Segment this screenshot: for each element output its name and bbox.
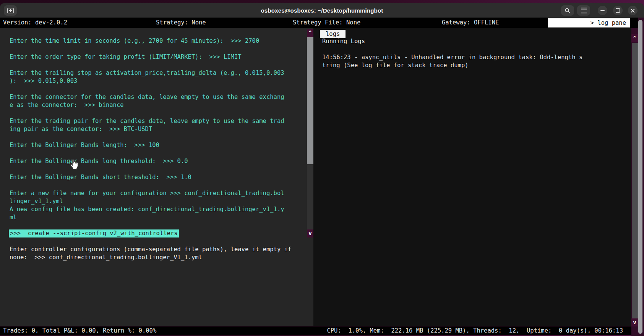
- scroll-down-icon: v: [633, 319, 636, 325]
- system-status-label: CPU: 1.0%, Mem: 222.16 MB (225.29 MB), T…: [327, 327, 623, 334]
- running-logs-title: Running Logs: [322, 37, 365, 45]
- scroll-up-icon: ^: [308, 30, 311, 36]
- output-scroll-up-button[interactable]: ^: [307, 29, 313, 37]
- hamburger-icon: [581, 8, 587, 13]
- log-entry-line: tring (See log file for stack trace dump…: [322, 61, 582, 69]
- scroll-down-icon: v: [308, 230, 311, 236]
- terminal-output-line: [10, 165, 284, 173]
- log-scrollbar-thumb[interactable]: [632, 43, 638, 318]
- log-scroll-up-button[interactable]: ^: [631, 34, 638, 42]
- terminal-output-line: Enter the connector for the candles data…: [10, 93, 284, 101]
- maximize-icon: [616, 8, 620, 13]
- window-title: osboxes@osboxes: ~/Desktop/hummingbot: [153, 3, 491, 18]
- command-input-area[interactable]: Enter controller configurations (comma-s…: [10, 246, 291, 262]
- close-icon: [630, 8, 635, 13]
- terminal-output-line: ml: [10, 213, 284, 221]
- input-line: none: >>> conf_directional_trading.bolli…: [10, 254, 291, 262]
- highlighted-command[interactable]: >>> create --script-config v2_with_contr…: [9, 229, 179, 237]
- terminal-output-line: [10, 109, 284, 117]
- terminal-output-line: ing pair as the connector: >>> BTC-USDT: [10, 125, 284, 133]
- terminal-output-line: Enter the trading pair for the candles d…: [10, 117, 284, 125]
- terminal-output-line: Enter the time limit in seconds (e.g., 2…: [10, 37, 284, 45]
- maximize-button[interactable]: [613, 6, 623, 15]
- scroll-up-icon: ^: [633, 35, 636, 41]
- output-pane[interactable]: Enter the time limit in seconds (e.g., 2…: [0, 28, 313, 326]
- strategy-file-label: Strategy File: None: [293, 19, 360, 26]
- terminal-output-line: [10, 149, 284, 157]
- tab-logs[interactable]: logs: [320, 30, 346, 38]
- log-pane: logs Running Logs 14:56:23 - async_utils…: [313, 28, 631, 326]
- close-button[interactable]: [628, 6, 638, 15]
- terminal-output-line: Enter the trailing stop as activation_pr…: [10, 69, 284, 77]
- terminal-output-line: [10, 61, 284, 69]
- status-bar: Trades: 0, Total P&L: 0.00, Return %: 0.…: [0, 326, 631, 335]
- input-line: Enter controller configurations (comma-s…: [10, 246, 291, 254]
- terminal-output-line: Enter the Bollinger Bands short threshol…: [10, 173, 284, 181]
- terminal-output-line: [10, 85, 284, 93]
- terminal-output-line: [10, 181, 284, 189]
- terminal-output-line: Enter a new file name for your configura…: [10, 189, 284, 197]
- terminal-output-line: Enter the Bollinger Bands long threshold…: [10, 157, 284, 165]
- titlebar: osboxes@osboxes: ~/Desktop/hummingbot: [0, 3, 644, 18]
- strategy-label: Strategy: None: [156, 19, 206, 26]
- log-scroll-down-button[interactable]: v: [631, 318, 638, 326]
- output-scrollbar-thumb[interactable]: [307, 37, 313, 164]
- log-pane-toggle-button[interactable]: > log pane: [548, 18, 630, 27]
- terminal-output: Enter the time limit in seconds (e.g., 2…: [10, 37, 284, 229]
- minimize-icon: [600, 10, 605, 11]
- terminal-output-line: linger_v1_1.yml: [10, 197, 284, 205]
- terminal-output-line: Enter the Bollinger Bands length: >>> 10…: [10, 141, 284, 149]
- terminal-output-line: Enter the order type for taking profit (…: [10, 53, 284, 61]
- log-entry-line: 14:56:23 - async_utils - Unhandled error…: [322, 53, 582, 61]
- hummingbot-header-bar: Version: dev-2.0.2 Strategy: None Strate…: [0, 18, 644, 28]
- terminal-output-line: A new config file has been created: conf…: [10, 205, 284, 213]
- search-icon: [565, 8, 571, 14]
- output-scroll-down-button[interactable]: v: [307, 229, 313, 237]
- terminal-window-scrollbar[interactable]: [638, 20, 642, 334]
- menu-button[interactable]: [577, 5, 590, 16]
- new-tab-icon: [7, 8, 14, 13]
- minimize-button[interactable]: [598, 6, 607, 15]
- search-button[interactable]: [561, 5, 574, 16]
- terminal-output-line: [10, 221, 284, 229]
- desktop-background: osboxes@osboxes: ~/Desktop/hummingbot Ve…: [0, 0, 644, 336]
- terminal-output-line: ): >>> 0.015,0.003: [10, 77, 284, 85]
- terminal-output-line: [10, 45, 284, 53]
- version-label: Version: dev-2.0.2: [3, 19, 67, 26]
- terminal-output-line: e as the connector: >>> binance: [10, 101, 284, 109]
- output-scrollbar-track[interactable]: [307, 164, 313, 229]
- new-tab-button[interactable]: [4, 5, 17, 16]
- log-entries: 14:56:23 - async_utils - Unhandled error…: [322, 53, 582, 69]
- gateway-status-label: Gateway: OFFLINE: [442, 19, 499, 26]
- terminal-output-line: [10, 133, 284, 141]
- trades-status-label: Trades: 0, Total P&L: 0.00, Return %: 0.…: [3, 327, 156, 334]
